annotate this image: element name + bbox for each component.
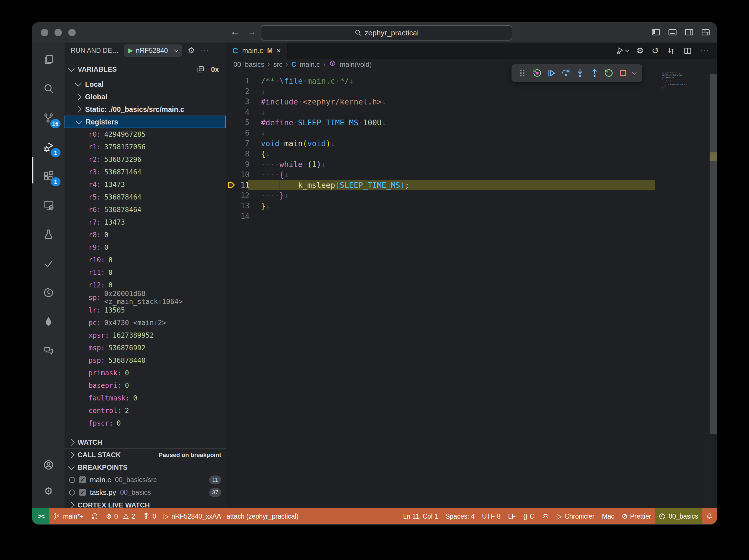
activity-item-search[interactable] bbox=[32, 76, 65, 102]
activity-item-platform-tool[interactable] bbox=[32, 279, 65, 306]
variables-section-header[interactable]: VARIABLES 0x bbox=[65, 63, 226, 76]
register-row-faultmask[interactable]: faultmask:0 bbox=[65, 392, 226, 405]
back-arrow-icon[interactable]: ← bbox=[230, 26, 239, 37]
continue-button[interactable] bbox=[547, 68, 556, 78]
status-item-sync[interactable] bbox=[87, 508, 102, 524]
breakpoint-row-tasks.py[interactable]: ✓ tasks.py 00_basics 37 bbox=[65, 486, 226, 499]
breadcrumb-file[interactable]: main.c bbox=[300, 61, 320, 68]
register-row-primask[interactable]: primask:0 bbox=[65, 367, 226, 379]
status-item-github[interactable] bbox=[538, 508, 553, 524]
forward-arrow-icon[interactable]: → bbox=[247, 26, 256, 37]
breakpoint-row-main.c[interactable]: ✓ main.c 00_basics/src 11 bbox=[65, 474, 226, 486]
activity-item-settings[interactable]: ⚙ bbox=[32, 478, 65, 504]
register-row-r2[interactable]: r2:536873296 bbox=[65, 153, 226, 166]
activity-item-comments[interactable] bbox=[32, 338, 65, 364]
code-line-13[interactable]: 13}↓ bbox=[226, 201, 717, 211]
views-more-actions-icon[interactable]: ··· bbox=[200, 46, 209, 55]
register-row-r1[interactable]: r1:3758157056 bbox=[65, 141, 226, 153]
register-row-r6[interactable]: r6:536878464 bbox=[65, 203, 226, 216]
open-changes-icon[interactable] bbox=[667, 46, 676, 55]
launch-config-dropdown[interactable]: ▶ nRF52840_ bbox=[124, 45, 182, 57]
status-item-platform[interactable]: Mac bbox=[598, 508, 618, 524]
register-row-xpsr[interactable]: xpsr:1627389952 bbox=[65, 329, 226, 342]
watch-section-header[interactable]: WATCH bbox=[65, 436, 226, 449]
stop-button[interactable] bbox=[618, 68, 628, 78]
toolbar-drag-handle[interactable] bbox=[518, 68, 528, 78]
code-line-1[interactable]: 1/**·\file·main.c·*/↓ bbox=[226, 76, 717, 86]
toggle-primary-sidebar-icon[interactable] bbox=[651, 27, 661, 37]
register-row-sp[interactable]: sp:0x20001d68 <z_main_stack+1064> bbox=[65, 292, 226, 304]
traffic-light-zoom[interactable] bbox=[68, 29, 76, 36]
breakpoint-checkbox[interactable]: ✓ bbox=[79, 476, 86, 483]
code-line-3[interactable]: 3#include·<zephyr/kernel.h>↓ bbox=[226, 96, 717, 107]
register-row-r10[interactable]: r10:0 bbox=[65, 254, 226, 266]
status-item-ports[interactable]: 0 bbox=[139, 508, 160, 524]
activity-item-accounts[interactable] bbox=[32, 452, 65, 478]
register-row-r3[interactable]: r3:536871464 bbox=[65, 166, 226, 178]
minimap[interactable]: /**·\file·main.c·*/#include·<zephyr/kern… bbox=[662, 72, 706, 99]
register-row-r8[interactable]: r8:0 bbox=[65, 229, 226, 241]
code-line-10[interactable]: 10····{↓ bbox=[226, 170, 717, 180]
activity-item-run-and-debug[interactable]: 1 bbox=[32, 134, 65, 160]
breadcrumbs[interactable]: 00_basics › src › C main.c › main(void) bbox=[226, 59, 717, 70]
command-center-search[interactable]: zephyr_practical bbox=[261, 25, 512, 41]
debug-settings-gear-icon[interactable]: ⚙ bbox=[188, 46, 195, 55]
register-row-r4[interactable]: r4:13473 bbox=[65, 178, 226, 191]
toolbar-more-chevron-icon[interactable] bbox=[632, 70, 637, 74]
step-out-button[interactable] bbox=[590, 68, 599, 78]
status-item-chronicler[interactable]: ▷Chronicler bbox=[553, 508, 598, 524]
register-row-r7[interactable]: r7:13473 bbox=[65, 216, 226, 229]
status-item-prettier[interactable]: ⊘Prettier bbox=[618, 508, 655, 524]
code-line-7[interactable]: 7void·main(void)↓ bbox=[226, 138, 717, 149]
status-item-notifications[interactable] bbox=[702, 508, 717, 524]
call-stack-section-header[interactable]: CALL STACK Paused on breakpoint bbox=[65, 448, 226, 461]
run-or-debug-icon[interactable] bbox=[616, 46, 628, 55]
collapse-all-icon[interactable] bbox=[197, 65, 205, 73]
code-line-6[interactable]: 6↓ bbox=[226, 128, 717, 138]
code-line-14[interactable]: 14 bbox=[226, 211, 717, 222]
breadcrumb-subfolder[interactable]: src bbox=[273, 61, 282, 68]
editor-more-actions-icon[interactable]: ··· bbox=[700, 46, 709, 55]
register-row-r0[interactable]: r0:4294967285 bbox=[65, 128, 226, 141]
register-row-control[interactable]: control:2 bbox=[65, 405, 226, 417]
variables-group-global[interactable]: Global bbox=[65, 90, 226, 103]
remote-indicator[interactable]: >< bbox=[32, 508, 49, 524]
editor-settings-gear-icon[interactable]: ⚙ bbox=[637, 47, 644, 55]
register-row-pc[interactable]: pc:0x4730 <main+2> bbox=[65, 317, 226, 329]
toggle-secondary-sidebar-icon[interactable] bbox=[684, 27, 694, 37]
code-line-9[interactable]: 9····while·(1)↓ bbox=[226, 159, 717, 170]
start-debug-icon[interactable]: ▶ bbox=[128, 47, 133, 54]
reset-device-button[interactable] bbox=[532, 68, 542, 78]
register-row-r5[interactable]: r5:536878464 bbox=[65, 191, 226, 203]
code-line-5[interactable]: 5#define·SLEEP_TIME_MS·100U↓ bbox=[226, 117, 717, 128]
timeline-history-icon[interactable]: ↺ bbox=[652, 46, 659, 55]
register-row-psp[interactable]: psp:536878440 bbox=[65, 354, 226, 367]
scrollbar[interactable] bbox=[710, 74, 717, 434]
step-over-button[interactable] bbox=[561, 68, 571, 78]
code-line-4[interactable]: 4↓ bbox=[226, 107, 717, 117]
breakpoints-section-header[interactable]: BREAKPOINTS bbox=[65, 461, 226, 474]
code-line-8[interactable]: 8{↓ bbox=[226, 149, 717, 159]
status-item-language-mode[interactable]: {}C bbox=[519, 508, 538, 524]
status-item-git-branch[interactable]: main*+ bbox=[49, 508, 87, 524]
register-row-fpscr[interactable]: fpscr:0 bbox=[65, 417, 226, 430]
cortex-live-watch-section-header[interactable]: CORTEX LIVE WATCH bbox=[65, 499, 226, 509]
code-line-2[interactable]: 2↓ bbox=[226, 86, 717, 97]
close-tab-icon[interactable]: × bbox=[277, 46, 281, 55]
breadcrumb-folder[interactable]: 00_basics bbox=[234, 61, 264, 68]
activity-item-checks[interactable] bbox=[32, 250, 65, 277]
activity-item-explorer[interactable] bbox=[32, 46, 65, 73]
tab-main-c[interactable]: C main.c M × bbox=[226, 43, 287, 59]
code-line-12[interactable]: 12····}↓ bbox=[226, 190, 717, 201]
traffic-light-minimize[interactable] bbox=[55, 29, 62, 36]
status-item-eol[interactable]: LF bbox=[505, 508, 519, 524]
split-editor-icon[interactable] bbox=[683, 46, 692, 55]
activity-item-mongodb[interactable] bbox=[32, 308, 65, 335]
variables-group-local[interactable]: Local bbox=[65, 78, 226, 90]
hex-format-toggle[interactable]: 0x bbox=[211, 65, 219, 73]
status-item-cursor-position[interactable]: Ln 11, Col 1 bbox=[399, 508, 442, 524]
status-item-indentation[interactable]: Spaces: 4 bbox=[442, 508, 478, 524]
step-into-button[interactable] bbox=[575, 68, 585, 78]
breadcrumb-symbol[interactable]: main(void) bbox=[340, 61, 372, 68]
register-row-basepri[interactable]: basepri:0 bbox=[65, 379, 226, 392]
